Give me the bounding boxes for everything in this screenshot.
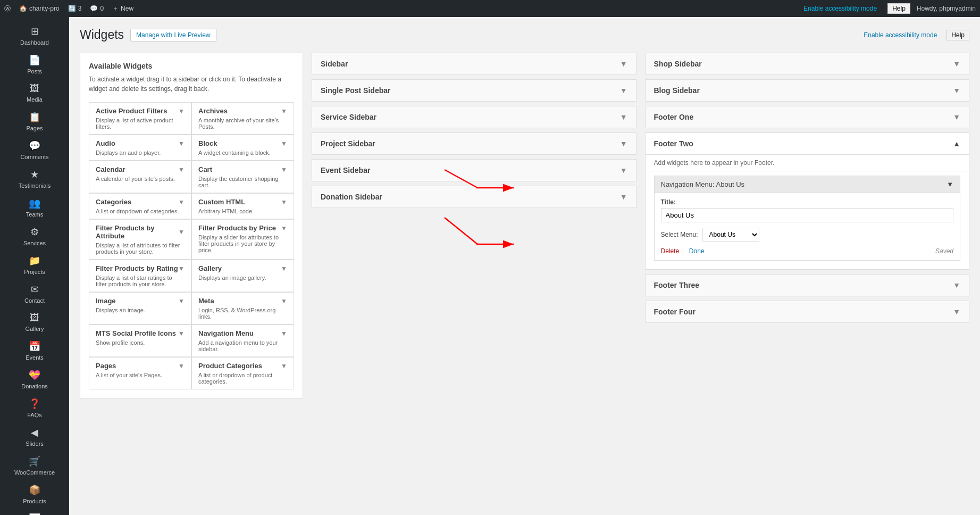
sidebar-item-donations[interactable]: 💝 Donations: [0, 365, 69, 394]
title-input[interactable]: [661, 208, 954, 222]
widget-filter-by-price[interactable]: Filter Products by Price ▼ Display a sli…: [191, 219, 294, 260]
chevron-down-icon: ▼: [178, 297, 185, 305]
accessibility-mode-link[interactable]: Enable accessibility mode: [803, 5, 877, 12]
chevron-down-icon: ▼: [281, 225, 287, 232]
widget-categories[interactable]: Categories ▼ A list or dropdown of categ…: [89, 193, 191, 219]
sidebar-blog: Blog Sidebar ▼: [645, 79, 970, 102]
testimonials-icon: ★: [30, 169, 39, 180]
footer-two-description: Add widgets here to appear in your Foote…: [646, 155, 969, 171]
widget-active-product-filters[interactable]: Active Product Filters ▼ Display a list …: [89, 102, 191, 135]
select-menu-row: Select Menu: About Us Main Menu Footer M…: [661, 228, 954, 242]
sidebar-item-analytics[interactable]: 📊 Analytics: [0, 509, 69, 515]
done-widget-link[interactable]: Done: [689, 247, 705, 255]
help-button-top[interactable]: Help: [947, 30, 969, 40]
sidebar-event-header[interactable]: Event Sidebar ▼: [312, 160, 636, 181]
widget-image[interactable]: Image ▼ Displays an image.: [89, 292, 191, 325]
widget-gallery[interactable]: Gallery ▼ Displays an image gallery.: [191, 260, 294, 292]
accessibility-mode-link-top[interactable]: Enable accessibility mode: [864, 31, 937, 39]
sidebar-footer-three-header[interactable]: Footer Three ▼: [646, 275, 969, 296]
sidebar-item-sliders[interactable]: ◀ Sliders: [0, 422, 69, 451]
sidebar-item-media[interactable]: 🖼 Media: [0, 79, 69, 107]
widget-product-categories[interactable]: Product Categories ▼ A list or dropdown …: [191, 357, 294, 389]
saved-status: Saved: [935, 247, 953, 255]
widget-mts-social-profile-icons[interactable]: MTS Social Profile Icons ▼ Show profile …: [89, 325, 191, 357]
sidebar-project: Project Sidebar ▼: [312, 132, 636, 155]
sidebar-item-dashboard[interactable]: ⊞ Dashboard: [0, 21, 69, 50]
sidebar-blog-header[interactable]: Blog Sidebar ▼: [646, 80, 969, 101]
sidebar-item-pages[interactable]: 📋 Pages: [0, 107, 69, 136]
widgets-grid: Active Product Filters ▼ Display a list …: [89, 102, 294, 389]
sidebar-item-faqs[interactable]: ❓ FAQs: [0, 394, 69, 422]
widget-archives[interactable]: Archives ▼ A monthly archive of your sit…: [191, 102, 294, 135]
sidebar-item-teams[interactable]: 👥 Teams: [0, 193, 69, 222]
sidebar-item-projects[interactable]: 📁 Projects: [0, 251, 69, 279]
nav-menu-widget-about-us: Navigation Menu: About Us ▼ Title:: [654, 176, 961, 261]
nav-widget-header[interactable]: Navigation Menu: About Us ▼: [655, 176, 960, 193]
chevron-down-icon: ▼: [281, 166, 287, 173]
page-title: Widgets: [80, 28, 124, 42]
analytics-icon: 📊: [29, 513, 40, 515]
user-greeting: Howdy, phpmyadmin: [917, 5, 976, 12]
widget-filter-by-rating[interactable]: Filter Products by Rating ▼ Display a li…: [89, 260, 191, 292]
chevron-down-icon: ▼: [281, 198, 287, 206]
sidebar-shop-header[interactable]: Shop Sidebar ▼: [646, 53, 969, 74]
available-widgets-description: To activate a widget drag it to a sideba…: [89, 74, 294, 94]
widget-custom-html[interactable]: Custom HTML ▼ Arbitrary HTML code.: [191, 193, 294, 219]
widget-cart[interactable]: Cart ▼ Display the customer shopping car…: [191, 161, 294, 193]
contact-icon: ✉: [31, 284, 39, 295]
widget-block[interactable]: Block ▼ A widget containing a block.: [191, 135, 294, 161]
sidebar-single-post-header[interactable]: Single Post Sidebar ▼: [312, 80, 636, 101]
widget-pages[interactable]: Pages ▼ A list of your site's Pages.: [89, 357, 191, 389]
sidebar-item-products[interactable]: 📦 Products: [0, 480, 69, 509]
sidebar-footer-one-header[interactable]: Footer One ▼: [646, 106, 969, 128]
delete-done-links: Delete | Done: [661, 247, 705, 255]
sidebar-project-header[interactable]: Project Sidebar ▼: [312, 133, 636, 154]
products-icon: 📦: [29, 484, 40, 496]
manage-live-preview-button[interactable]: Manage with Live Preview: [130, 29, 216, 41]
widget-calendar[interactable]: Calendar ▼ A calendar of your site's pos…: [89, 161, 191, 193]
chevron-down-icon: ▼: [281, 107, 287, 115]
services-icon: ⚙: [30, 226, 39, 238]
wp-logo[interactable]: ⓦ: [4, 4, 11, 13]
chevron-down-icon: ▼: [178, 198, 185, 206]
chevron-down-icon: ▼: [178, 265, 185, 272]
widget-navigation-menu[interactable]: Navigation Menu ▼ Add a navigation menu …: [191, 325, 294, 357]
sidebar-item-contact[interactable]: ✉ Contact: [0, 279, 69, 308]
sidebar-footer-three: Footer Three ▼: [645, 274, 970, 296]
sidebar-item-services[interactable]: ⚙ Services: [0, 222, 69, 251]
title-label: Title:: [661, 198, 954, 206]
comments-item[interactable]: 💬 0: [90, 5, 104, 12]
sidebar-donation-header[interactable]: Donation Sidebar ▼: [312, 186, 636, 207]
sidebar-footer-four: Footer Four ▼: [645, 301, 970, 323]
admin-sidebar: ⊞ Dashboard 📄 Posts 🖼 Media 📋 Pages 💬 Co…: [0, 17, 69, 515]
chevron-down-icon: ▼: [620, 139, 627, 148]
widget-filter-by-attribute[interactable]: Filter Products by Attribute ▼ Display a…: [89, 219, 191, 260]
sidebar-sidebar-header[interactable]: Sidebar ▼: [312, 53, 636, 74]
sidebar-item-woocommerce[interactable]: 🛒 WooCommerce: [0, 451, 69, 480]
sidebar-item-gallery[interactable]: 🖼 Gallery: [0, 308, 69, 336]
updates-item[interactable]: 🔄 3: [68, 5, 82, 12]
new-item[interactable]: ＋ New: [112, 4, 133, 13]
delete-widget-link[interactable]: Delete: [661, 247, 680, 255]
sidebar-footer-four-header[interactable]: Footer Four ▼: [646, 301, 969, 322]
comments-icon: 💬: [29, 140, 40, 152]
chevron-down-icon: ▼: [953, 86, 960, 95]
sliders-icon: ◀: [31, 427, 38, 438]
sidebar-service-header[interactable]: Service Sidebar ▼: [312, 106, 636, 128]
sidebar-item-events[interactable]: 📅 Events: [0, 336, 69, 365]
chevron-down-icon: ▼: [620, 166, 627, 175]
sidebar-shop: Shop Sidebar ▼: [645, 53, 970, 75]
sidebar-item-comments[interactable]: 💬 Comments: [0, 136, 69, 164]
sidebar-item-posts[interactable]: 📄 Posts: [0, 50, 69, 79]
sidebar-item-testimonials[interactable]: ★ Testimonials: [0, 164, 69, 193]
help-button[interactable]: Help: [887, 3, 910, 14]
widget-meta[interactable]: Meta ▼ Login, RSS, & WordPress.org links…: [191, 292, 294, 325]
widget-audio[interactable]: Audio ▼ Displays an audio player.: [89, 135, 191, 161]
select-menu-dropdown[interactable]: About Us Main Menu Footer Menu: [702, 228, 759, 242]
chevron-down-icon: ▼: [178, 228, 185, 236]
main-content: Widgets Manage with Live Preview Enable …: [69, 17, 980, 515]
chevron-down-icon: ▼: [281, 330, 287, 337]
site-name[interactable]: 🏠 charity-pro: [19, 5, 60, 12]
sidebar-footer-two-header[interactable]: Footer Two ▲: [646, 133, 969, 155]
nav-widget-body: Title: Select Menu: About Us Main Menu: [655, 193, 960, 260]
